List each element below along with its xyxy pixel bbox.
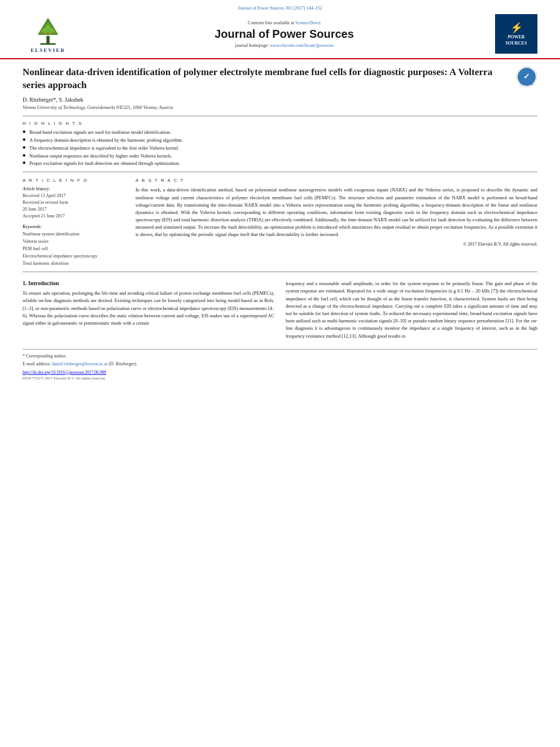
- article-info-label: A R T I C L E I N F O: [23, 178, 124, 183]
- elsevier-tree-icon: [28, 15, 68, 46]
- abstract-body: In this work, a data-driven identificati…: [135, 187, 537, 237]
- affiliation: Vienna University of Technology, Getreid…: [23, 104, 537, 110]
- highlight-item-3: The electrochemical impedance is equival…: [23, 145, 537, 152]
- copyright-notice: © 2017 Elsevier B.V. All rights reserved…: [135, 241, 537, 248]
- highlight-item-2: A frequency domain description is obtain…: [23, 137, 537, 144]
- homepage-line: journal homepage: www.elsevier.com/locat…: [79, 43, 489, 48]
- intro-heading: 1. Introduction: [23, 280, 274, 286]
- keyword-1: Nonlinear system identification: [23, 231, 124, 238]
- intro-text-2: frequency and a reasonable small amplitu…: [286, 280, 537, 339]
- elsevier-logo: ELSEVIER: [23, 15, 73, 53]
- corresponding-label: * Corresponding author.: [23, 353, 67, 359]
- authors: D. Ritzberger*, S. Jakubek: [23, 97, 537, 103]
- journal-center: Contents lists available at ScienceDirec…: [73, 20, 495, 48]
- logo-text-power: POWER: [508, 34, 524, 40]
- svg-rect-0: [46, 36, 50, 43]
- accepted-date: Accepted 21 June 2017: [23, 213, 124, 220]
- journal-header: Journal of Power Sources 361 (2017) 144–…: [0, 0, 560, 59]
- highlight-item-1: Broad-band excitation signals are used f…: [23, 129, 537, 136]
- elsevier-wordmark: ELSEVIER: [30, 47, 65, 53]
- divider-after-highlights: [23, 172, 537, 172]
- svg-point-9: [50, 32, 52, 34]
- history-label: Article history:: [23, 186, 124, 191]
- svg-text:✓: ✓: [523, 72, 530, 81]
- abstract-text: In this work, a data-driven identificati…: [135, 186, 537, 248]
- keyword-3: PEM fuel cell: [23, 246, 124, 253]
- keywords-list: Nonlinear system identification Volterra…: [23, 231, 124, 267]
- email-link[interactable]: daniel.ritzberger@tuwien.ac.at: [52, 361, 108, 366]
- svg-point-8: [45, 32, 47, 34]
- power-sources-logo: ⚡ POWER SOURCES: [495, 14, 537, 54]
- divider-before-body: [23, 272, 537, 272]
- email-line: E-mail address: daniel.ritzberger@tuwien…: [23, 361, 537, 368]
- article-info-col: A R T I C L E I N F O Article history: R…: [23, 178, 124, 267]
- two-col-section: A R T I C L E I N F O Article history: R…: [23, 178, 537, 267]
- body-two-col: 1. Introduction To ensure safe operation…: [23, 280, 537, 339]
- corresponding-note: * Corresponding author.: [23, 353, 537, 360]
- sciencedirect-label: Contents lists available at: [248, 20, 294, 25]
- citation-text: Journal of Power Sources 361 (2017) 144–…: [238, 6, 322, 11]
- article-title-section: Nonlinear data-driven identification of …: [23, 66, 537, 92]
- svg-point-7: [51, 28, 54, 30]
- divider-after-affiliation: [23, 116, 537, 116]
- journal-title: Journal of Power Sources: [79, 28, 489, 41]
- article-history: Article history: Received 13 April 2017 …: [23, 186, 124, 220]
- homepage-label: journal homepage:: [235, 43, 269, 48]
- bolt-icon: ⚡: [510, 21, 523, 34]
- homepage-url[interactable]: www.elsevier.com/locate/jpowsour: [270, 43, 333, 48]
- keyword-5: Total harmonic distortion: [23, 260, 124, 268]
- revised-date: 20 June 2017: [23, 206, 124, 213]
- keywords-label: Keywords:: [23, 224, 124, 229]
- page: Journal of Power Sources 361 (2017) 144–…: [0, 0, 560, 747]
- body-section: 1. Introduction To ensure safe operation…: [23, 280, 537, 339]
- citation-bar: Journal of Power Sources 361 (2017) 144–…: [23, 6, 537, 11]
- keyword-4: Electrochemical impedance spectroscopy: [23, 253, 124, 260]
- crossmark-logo-icon: ✓ CrossMark: [516, 66, 537, 88]
- article-title: Nonlinear data-driven identification of …: [23, 66, 510, 92]
- doi-line: http://dx.doi.org/10.1016/j.jpowsour.201…: [23, 370, 537, 375]
- intro-text-1: To ensure safe operation, prolonging the…: [23, 290, 274, 327]
- keywords-section: Keywords: Nonlinear system identificatio…: [23, 224, 124, 267]
- highlights-list: Broad-band excitation signals are used f…: [23, 129, 537, 167]
- header-inner: ELSEVIER Contents lists available at Sci…: [23, 14, 537, 58]
- svg-point-5: [43, 28, 45, 30]
- highlight-item-4: Nonlinear output responses are described…: [23, 153, 537, 160]
- main-content: Nonlinear data-driven identification of …: [0, 59, 560, 392]
- sciencedirect-line: Contents lists available at ScienceDirec…: [79, 20, 489, 25]
- svg-rect-1: [40, 43, 56, 45]
- highlights-label: H I G H L I G H T S: [23, 121, 537, 126]
- sciencedirect-link[interactable]: ScienceDirect: [295, 20, 321, 25]
- body-left-col: 1. Introduction To ensure safe operation…: [23, 280, 274, 339]
- email-author: (D. Ritzberger).: [109, 361, 138, 366]
- doi-link[interactable]: http://dx.doi.org/10.1016/j.jpowsour.201…: [23, 370, 106, 375]
- authors-text: D. Ritzberger*, S. Jakubek: [23, 97, 84, 103]
- received-date: Received 13 April 2017: [23, 193, 124, 199]
- svg-text:CrossMark: CrossMark: [520, 82, 534, 86]
- issn-line: 0378-7753/© 2017 Elsevier B.V. All right…: [23, 376, 537, 381]
- email-label: E-mail address:: [23, 361, 51, 366]
- highlight-item-5: Proper excitation signals for fault dete…: [23, 160, 537, 167]
- logo-text-sources: SOURCES: [506, 41, 527, 46]
- abstract-col: A B S T R A C T In this work, a data-dri…: [135, 178, 537, 267]
- body-right-col: frequency and a reasonable small amplitu…: [286, 280, 537, 339]
- svg-point-6: [47, 25, 49, 28]
- abstract-label: A B S T R A C T: [135, 178, 537, 183]
- keyword-2: Volterra series: [23, 238, 124, 246]
- article-footer: * Corresponding author. E-mail address: …: [23, 349, 537, 381]
- received-revised-label: Received in revised form: [23, 199, 124, 206]
